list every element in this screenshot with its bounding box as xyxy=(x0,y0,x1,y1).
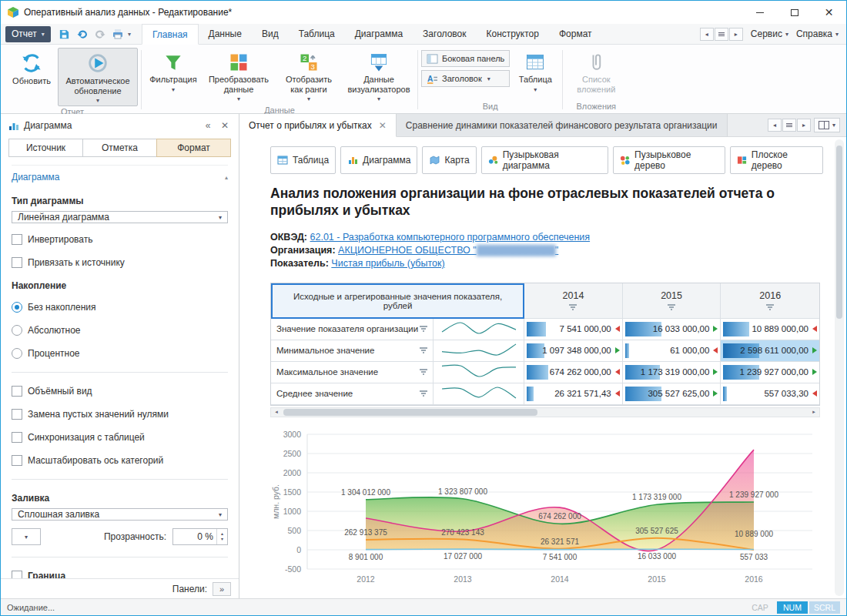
value-cell-selected[interactable]: 2 598 611 000,00 xyxy=(721,340,819,362)
filter-icon[interactable] xyxy=(420,390,427,397)
ribbon-tab-tablitsa[interactable]: Таблица xyxy=(289,24,345,44)
row-label-cell[interactable]: Значение показателя организации xyxy=(271,319,434,340)
tab-otmetka[interactable]: Отметка xyxy=(82,139,157,157)
print-button[interactable] xyxy=(110,26,126,42)
visualizer-data-button[interactable]: Данные визуализаторов ▾ xyxy=(343,48,414,105)
view-bubble-chart-button[interactable]: Пузырьковая диаграмма xyxy=(481,146,608,174)
ribbon-tab-vid[interactable]: Вид xyxy=(252,24,289,44)
volume-view-checkbox-row[interactable]: Объёмный вид xyxy=(12,386,228,397)
spinner-down-icon[interactable]: ▾ xyxy=(221,537,223,542)
ribbon-list-button[interactable] xyxy=(715,28,728,41)
sparkline-cell[interactable] xyxy=(434,319,524,340)
report-menu-button[interactable]: Отчет ▾ xyxy=(5,26,51,42)
doc-tab-profit-loss[interactable]: Отчет о прибылях и убытках ✕ xyxy=(239,114,397,137)
value-cell[interactable]: 61 000,00 xyxy=(623,340,721,362)
value-cell[interactable]: 26 321 571,43 xyxy=(524,383,623,405)
show-as-ranks-button[interactable]: 2 3 Отобразить как ранги ▾ xyxy=(276,48,342,105)
value-cell[interactable]: 10 889 000,00 xyxy=(721,319,819,340)
refresh-button[interactable]: Обновить xyxy=(7,48,56,89)
accumulation-none-radio-row[interactable]: Без накопления xyxy=(12,302,228,313)
scrollbar-thumb[interactable] xyxy=(836,146,842,319)
filter-icon[interactable] xyxy=(668,304,675,310)
table-view-button[interactable]: Таблица ▾ xyxy=(511,48,559,95)
view-flat-tree-button[interactable]: Плоское дерево xyxy=(730,146,823,174)
close-panel-button[interactable]: ✕ xyxy=(219,120,231,131)
transform-data-button[interactable]: Преобразовать данные ▾ xyxy=(203,48,274,105)
invert-checkbox-row[interactable]: Инвертировать xyxy=(12,234,228,245)
bind-source-checkbox-row[interactable]: Привязать к источнику xyxy=(12,257,228,268)
ribbon-tab-glavnaya[interactable]: Главная xyxy=(142,24,199,45)
close-tab-icon[interactable]: ✕ xyxy=(379,120,387,131)
service-menu[interactable]: Сервис▾ xyxy=(751,28,788,39)
accumulation-absolute-radio-row[interactable]: Абсолютное xyxy=(12,325,228,336)
section-chart-header[interactable]: Диаграмма ▴ xyxy=(12,165,228,189)
filter-icon[interactable] xyxy=(420,347,427,353)
value-cell[interactable]: 305 527 625,00 xyxy=(623,383,721,405)
sync-table-checkbox-row[interactable]: Синхронизация с таблицей xyxy=(12,432,228,443)
checkbox[interactable] xyxy=(12,455,22,466)
tab-format[interactable]: Формат xyxy=(156,139,231,157)
view-chart-button[interactable]: Диаграмма xyxy=(340,146,417,174)
sparkline-cell[interactable] xyxy=(434,340,524,362)
view-map-button[interactable]: Карта xyxy=(422,146,476,174)
radio[interactable] xyxy=(12,348,22,359)
checkbox[interactable] xyxy=(12,386,22,397)
table-horizontal-scrollbar[interactable]: ◂ ▸ xyxy=(270,407,820,417)
transparency-input[interactable]: 0 % ▴▾ xyxy=(172,528,228,545)
tab-scroll-right-button[interactable]: ▸ xyxy=(797,119,811,132)
filter-icon[interactable] xyxy=(420,326,427,332)
radio[interactable] xyxy=(12,325,22,336)
ribbon-scroll-right-button[interactable]: ▸ xyxy=(729,28,743,41)
checkbox[interactable] xyxy=(12,432,22,443)
value-cell[interactable]: 7 541 000,00 xyxy=(524,319,623,340)
panels-expand-button[interactable]: » xyxy=(213,582,231,596)
spinner-arrows[interactable]: ▴▾ xyxy=(216,529,227,544)
ribbon-tab-dannye[interactable]: Данные xyxy=(199,24,252,44)
value-cell[interactable]: 674 262 000,00 xyxy=(524,362,623,383)
filter-button[interactable]: Фильтрация ▾ xyxy=(145,48,202,95)
replace-empty-checkbox-row[interactable]: Замена пустых значений нулями xyxy=(12,409,228,420)
checkbox[interactable] xyxy=(12,571,22,578)
checkbox[interactable] xyxy=(12,234,22,245)
fill-type-select[interactable]: Сплошная заливка ▾ xyxy=(12,508,228,521)
spinner-up-icon[interactable]: ▴ xyxy=(221,531,223,537)
scroll-left-icon[interactable]: ◂ xyxy=(271,408,282,417)
checkbox[interactable] xyxy=(12,257,22,268)
header-toggle-button[interactable]: A Заголовок ▾ xyxy=(421,70,510,87)
radio-checked[interactable] xyxy=(12,302,22,313)
year-header-2015[interactable]: 2015 xyxy=(623,283,721,319)
filter-icon[interactable] xyxy=(420,369,427,375)
doc-tab-comparison[interactable]: Сравнение динамики показателей финансово… xyxy=(397,114,728,136)
value-cell[interactable]: 1 239 927 000,00 xyxy=(721,362,819,383)
save-button[interactable] xyxy=(57,26,72,42)
okved-link[interactable]: 62.01 - Разработка компьютерного програм… xyxy=(310,232,591,243)
indicator-link[interactable]: Чистая прибыль (убыток) xyxy=(331,258,444,269)
value-cell[interactable]: 16 033 000,00 xyxy=(623,319,721,340)
help-menu[interactable]: Справка▾ xyxy=(796,28,839,39)
chart[interactable]: 300025002000150010005000-500млн. руб.1 3… xyxy=(270,427,823,594)
fill-color-select[interactable]: ▾ xyxy=(12,528,41,545)
tab-scroll-left-button[interactable]: ◂ xyxy=(768,119,782,132)
row-label-cell[interactable]: Минимальное значение xyxy=(271,340,434,362)
year-header-2014[interactable]: 2014 xyxy=(524,283,623,319)
organization-link[interactable]: АКЦИОНЕРНОЕ ОБЩЕСТВО "█████████████" xyxy=(338,245,558,256)
ribbon-tab-konstruktor[interactable]: Конструктор xyxy=(477,24,549,44)
redo-button[interactable] xyxy=(92,26,108,42)
view-bubble-tree-button[interactable]: Пузырьковое дерево xyxy=(613,146,725,174)
chart-type-select[interactable]: Линейная диаграмма ▾ xyxy=(12,211,228,223)
layout-split-button[interactable]: ▾ xyxy=(814,118,840,132)
maximize-button[interactable] xyxy=(777,1,812,24)
sparkline-cell[interactable] xyxy=(434,383,524,405)
minimize-button[interactable] xyxy=(742,1,777,24)
ribbon-tab-zagolovok[interactable]: Заголовок xyxy=(413,24,476,44)
close-button[interactable]: ✕ xyxy=(812,1,846,24)
scrollbar-thumb[interactable] xyxy=(283,409,537,416)
filter-icon[interactable] xyxy=(766,304,774,310)
ribbon-tab-format[interactable]: Формат xyxy=(549,24,602,44)
collapse-panel-button[interactable]: « xyxy=(202,120,214,131)
sparkline-cell[interactable] xyxy=(434,362,524,383)
border-checkbox-row[interactable]: Граница xyxy=(12,571,228,578)
row-label-cell[interactable]: Среднее значение xyxy=(271,383,434,405)
checkbox[interactable] xyxy=(12,409,22,420)
view-table-button[interactable]: Таблица xyxy=(270,146,336,174)
